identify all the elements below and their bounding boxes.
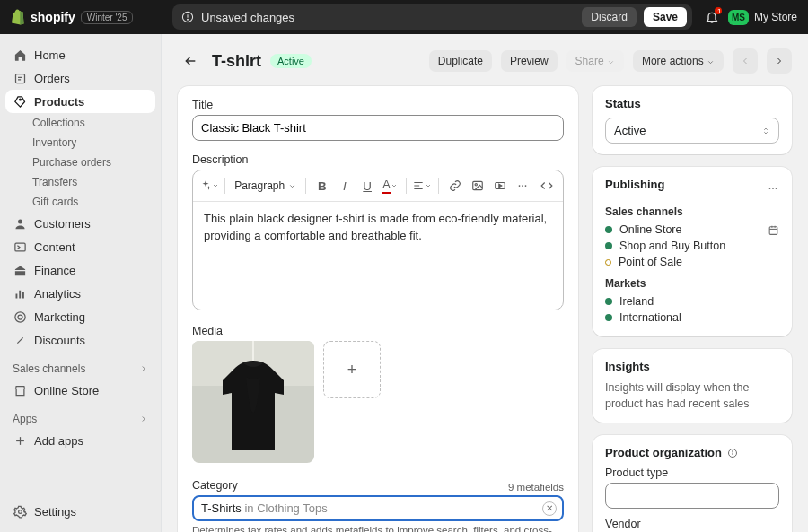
chevron-down-icon bbox=[391, 182, 398, 189]
nav-orders[interactable]: Orders bbox=[5, 66, 155, 90]
orders-icon bbox=[13, 71, 27, 85]
dots-icon bbox=[516, 179, 529, 192]
status-select[interactable]: Active bbox=[605, 118, 779, 144]
duplicate-button[interactable]: Duplicate bbox=[429, 50, 492, 72]
title-input[interactable] bbox=[192, 115, 564, 141]
nav-transfers[interactable]: Transfers bbox=[5, 172, 155, 192]
svg-point-4 bbox=[19, 99, 21, 100]
clear-category-button[interactable]: ✕ bbox=[542, 501, 557, 516]
rte-video-button[interactable] bbox=[489, 175, 510, 196]
nav-group-apps[interactable]: Apps bbox=[5, 407, 155, 429]
preview-button[interactable]: Preview bbox=[501, 50, 558, 72]
nav-inventory[interactable]: Inventory bbox=[5, 133, 155, 153]
nav-home[interactable]: Home bbox=[5, 43, 155, 66]
chevron-left-icon bbox=[740, 56, 751, 66]
notifications-button[interactable]: 1 bbox=[705, 10, 719, 24]
nav-group-sales-channels[interactable]: Sales channels bbox=[5, 357, 155, 379]
channel-online-store: Online Store bbox=[605, 222, 779, 238]
discard-button[interactable]: Discard bbox=[582, 7, 637, 27]
category-input[interactable]: T-Shirts in Clothing Tops bbox=[192, 495, 564, 521]
rte-underline-button[interactable]: U bbox=[357, 175, 378, 196]
markets-heading: Markets bbox=[605, 277, 779, 290]
tshirt-image bbox=[192, 341, 314, 463]
plus-icon bbox=[13, 433, 27, 448]
rte-color-button[interactable]: A bbox=[380, 175, 400, 196]
rte-editor: Paragraph B I U A bbox=[192, 170, 564, 310]
nav-collections[interactable]: Collections bbox=[5, 113, 155, 133]
store-avatar: MS bbox=[728, 10, 749, 25]
main-card: Title Description Paragraph B I U A bbox=[178, 86, 578, 532]
rte-paragraph-select[interactable]: Paragraph bbox=[231, 178, 300, 194]
rte-bold-button[interactable]: B bbox=[312, 175, 332, 196]
svg-rect-32 bbox=[769, 226, 777, 234]
image-icon bbox=[471, 179, 484, 192]
chevron-down-icon bbox=[607, 58, 615, 66]
nav-gift-cards[interactable]: Gift cards bbox=[5, 192, 155, 212]
rte-html-button[interactable] bbox=[537, 175, 558, 196]
svg-point-20 bbox=[475, 184, 477, 186]
rte-more-button[interactable] bbox=[513, 175, 533, 196]
shopify-logo-icon bbox=[11, 9, 25, 25]
svg-point-29 bbox=[769, 188, 771, 189]
category-metafields[interactable]: 9 metafields bbox=[508, 482, 564, 493]
insights-heading: Insights bbox=[605, 360, 779, 373]
store-menu[interactable]: MS My Store bbox=[728, 10, 797, 25]
vendor-label: Vendor bbox=[605, 518, 779, 530]
prev-product-button bbox=[733, 48, 758, 74]
nav-discounts[interactable]: Discounts bbox=[5, 328, 155, 352]
analytics-icon bbox=[13, 286, 27, 301]
info-icon bbox=[727, 448, 738, 458]
calendar-icon[interactable] bbox=[768, 224, 779, 236]
unsaved-changes-bar: Unsaved changes Discard Save bbox=[172, 4, 692, 30]
share-button: Share bbox=[566, 50, 624, 72]
category-help: Determines tax rates and adds metafields… bbox=[192, 525, 564, 532]
media-thumbnail[interactable] bbox=[192, 341, 314, 463]
align-icon bbox=[412, 179, 425, 192]
svg-point-38 bbox=[733, 450, 733, 451]
status-card: Status Active bbox=[593, 86, 792, 154]
publishing-menu-button[interactable] bbox=[767, 182, 779, 195]
rte-align-button[interactable] bbox=[412, 175, 433, 196]
rte-link-button[interactable] bbox=[444, 175, 465, 196]
nav-marketing[interactable]: Marketing bbox=[5, 305, 155, 328]
home-icon bbox=[13, 48, 27, 62]
page-title: T-shirt bbox=[212, 52, 261, 71]
customers-icon bbox=[13, 216, 27, 231]
svg-point-14 bbox=[18, 510, 22, 513]
select-icon bbox=[761, 125, 770, 137]
chevron-right-icon bbox=[139, 364, 148, 373]
product-type-input[interactable] bbox=[605, 483, 779, 509]
rte-ai-button[interactable] bbox=[198, 175, 219, 196]
save-button[interactable]: Save bbox=[644, 7, 687, 27]
nav-analytics[interactable]: Analytics bbox=[5, 282, 155, 305]
nav-content[interactable]: Content bbox=[5, 235, 155, 258]
sparkle-icon bbox=[199, 179, 212, 192]
nav-finance[interactable]: Finance bbox=[5, 258, 155, 282]
next-product-button[interactable] bbox=[767, 48, 792, 74]
release-badge: Winter '25 bbox=[81, 11, 134, 24]
unsaved-label: Unsaved changes bbox=[201, 11, 294, 24]
add-media-button[interactable]: + bbox=[323, 341, 381, 398]
description-body[interactable]: This plain black designer t-shirt is mad… bbox=[193, 202, 563, 310]
dots-icon bbox=[767, 182, 779, 195]
nav-settings[interactable]: Settings bbox=[5, 500, 155, 523]
nav-products[interactable]: Products bbox=[5, 90, 155, 113]
rte-italic-button[interactable]: I bbox=[334, 175, 355, 196]
nav-add-apps[interactable]: Add apps bbox=[5, 429, 155, 452]
insights-body: Insights will display when the product h… bbox=[605, 380, 779, 412]
market-ireland: Ireland bbox=[605, 293, 779, 310]
publishing-card: Publishing Sales channels Online Store S… bbox=[593, 167, 792, 336]
nav-online-store[interactable]: Online Store bbox=[5, 379, 155, 402]
info-icon bbox=[181, 11, 194, 23]
nav-customers[interactable]: Customers bbox=[5, 212, 155, 235]
svg-rect-7 bbox=[15, 293, 17, 298]
channel-shop-buy: Shop and Buy Button bbox=[605, 238, 779, 254]
nav-purchase-orders[interactable]: Purchase orders bbox=[5, 153, 155, 172]
code-icon bbox=[540, 179, 553, 192]
back-button[interactable] bbox=[178, 48, 203, 74]
store-icon bbox=[13, 383, 27, 397]
more-actions-button[interactable]: More actions bbox=[633, 50, 724, 72]
title-label: Title bbox=[192, 99, 564, 111]
rte-image-button[interactable] bbox=[467, 175, 487, 196]
svg-point-2 bbox=[188, 19, 189, 20]
